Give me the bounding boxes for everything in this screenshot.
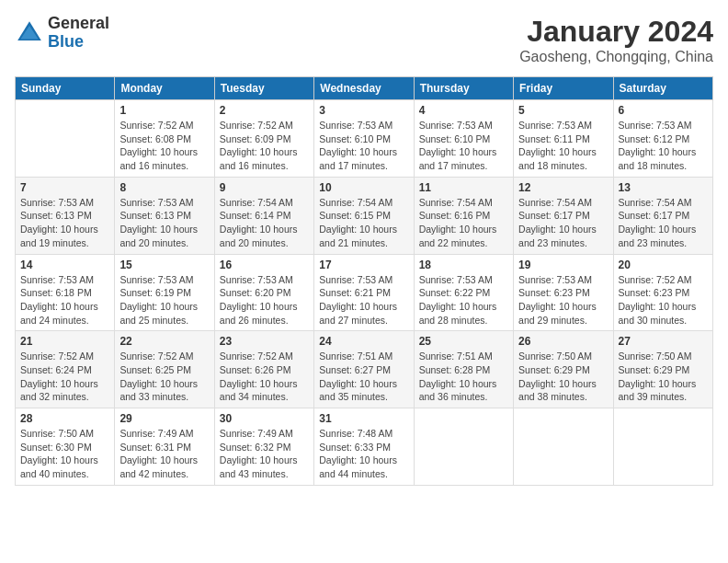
calendar-cell (514, 408, 613, 486)
day-number: 2 (220, 104, 309, 117)
calendar-cell: 9Sunrise: 7:54 AM Sunset: 6:14 PM Daylig… (214, 177, 313, 254)
calendar-cell: 16Sunrise: 7:53 AM Sunset: 6:20 PM Dayli… (214, 254, 313, 331)
calendar-cell: 20Sunrise: 7:52 AM Sunset: 6:23 PM Dayli… (613, 254, 712, 331)
day-number: 26 (518, 335, 608, 348)
calendar-week-row: 14Sunrise: 7:53 AM Sunset: 6:18 PM Dayli… (16, 254, 713, 331)
day-number: 23 (220, 335, 309, 348)
calendar-week-row: 28Sunrise: 7:50 AM Sunset: 6:30 PM Dayli… (16, 408, 713, 486)
day-info: Sunrise: 7:54 AM Sunset: 6:14 PM Dayligh… (220, 196, 309, 250)
calendar-cell: 3Sunrise: 7:53 AM Sunset: 6:10 PM Daylig… (314, 100, 414, 178)
calendar-header-row: SundayMondayTuesdayWednesdayThursdayFrid… (16, 77, 713, 100)
day-number: 13 (619, 181, 708, 194)
calendar-cell: 14Sunrise: 7:53 AM Sunset: 6:18 PM Dayli… (16, 254, 115, 331)
day-info: Sunrise: 7:54 AM Sunset: 6:16 PM Dayligh… (419, 196, 508, 250)
day-info: Sunrise: 7:49 AM Sunset: 6:31 PM Dayligh… (119, 427, 209, 481)
calendar-cell: 7Sunrise: 7:53 AM Sunset: 6:13 PM Daylig… (16, 177, 115, 254)
calendar-cell (613, 408, 712, 486)
calendar-cell: 28Sunrise: 7:50 AM Sunset: 6:30 PM Dayli… (16, 408, 115, 486)
day-number: 21 (20, 335, 109, 348)
day-info: Sunrise: 7:53 AM Sunset: 6:11 PM Dayligh… (518, 119, 608, 173)
day-info: Sunrise: 7:52 AM Sunset: 6:09 PM Dayligh… (220, 119, 309, 173)
day-number: 15 (119, 259, 209, 271)
calendar-cell: 26Sunrise: 7:50 AM Sunset: 6:29 PM Dayli… (514, 331, 613, 408)
day-number: 31 (319, 412, 408, 425)
day-info: Sunrise: 7:51 AM Sunset: 6:27 PM Dayligh… (319, 350, 408, 404)
day-number: 12 (518, 181, 608, 194)
day-info: Sunrise: 7:52 AM Sunset: 6:25 PM Dayligh… (119, 350, 209, 404)
day-number: 1 (119, 104, 209, 117)
day-info: Sunrise: 7:53 AM Sunset: 6:13 PM Dayligh… (119, 196, 209, 250)
calendar-header-tuesday: Tuesday (214, 77, 313, 100)
logo-icon (15, 18, 44, 48)
calendar-cell: 8Sunrise: 7:53 AM Sunset: 6:13 PM Daylig… (115, 177, 214, 254)
day-number: 29 (119, 412, 209, 425)
day-number: 24 (319, 335, 408, 348)
calendar-cell: 31Sunrise: 7:48 AM Sunset: 6:33 PM Dayli… (314, 408, 414, 486)
day-info: Sunrise: 7:53 AM Sunset: 6:20 PM Dayligh… (220, 273, 309, 327)
day-number: 22 (119, 335, 209, 348)
calendar-header-saturday: Saturday (613, 77, 712, 100)
calendar-cell: 25Sunrise: 7:51 AM Sunset: 6:28 PM Dayli… (414, 331, 513, 408)
month-year-title: January 2024 (519, 15, 713, 49)
calendar-cell: 4Sunrise: 7:53 AM Sunset: 6:10 PM Daylig… (414, 100, 513, 178)
day-info: Sunrise: 7:53 AM Sunset: 6:19 PM Dayligh… (119, 273, 209, 327)
day-number: 9 (220, 181, 309, 194)
calendar-cell: 10Sunrise: 7:54 AM Sunset: 6:15 PM Dayli… (314, 177, 414, 254)
day-number: 7 (20, 181, 109, 194)
calendar-cell: 24Sunrise: 7:51 AM Sunset: 6:27 PM Dayli… (314, 331, 414, 408)
calendar-header-monday: Monday (115, 77, 214, 100)
calendar-body: 1Sunrise: 7:52 AM Sunset: 6:08 PM Daylig… (16, 100, 713, 486)
day-number: 5 (518, 104, 608, 117)
day-info: Sunrise: 7:49 AM Sunset: 6:32 PM Dayligh… (220, 427, 309, 481)
day-info: Sunrise: 7:53 AM Sunset: 6:10 PM Dayligh… (419, 119, 508, 173)
day-number: 10 (319, 181, 408, 194)
calendar-cell (16, 100, 115, 178)
day-info: Sunrise: 7:53 AM Sunset: 6:22 PM Dayligh… (419, 273, 508, 327)
calendar-cell: 5Sunrise: 7:53 AM Sunset: 6:11 PM Daylig… (514, 100, 613, 178)
calendar-cell: 6Sunrise: 7:53 AM Sunset: 6:12 PM Daylig… (613, 100, 712, 178)
calendar-cell: 11Sunrise: 7:54 AM Sunset: 6:16 PM Dayli… (414, 177, 513, 254)
calendar-cell (414, 408, 513, 486)
day-info: Sunrise: 7:52 AM Sunset: 6:24 PM Dayligh… (20, 350, 109, 404)
calendar-cell: 23Sunrise: 7:52 AM Sunset: 6:26 PM Dayli… (214, 331, 313, 408)
day-info: Sunrise: 7:52 AM Sunset: 6:26 PM Dayligh… (220, 350, 309, 404)
day-info: Sunrise: 7:53 AM Sunset: 6:23 PM Dayligh… (518, 273, 608, 327)
day-number: 25 (419, 335, 508, 348)
calendar-cell: 2Sunrise: 7:52 AM Sunset: 6:09 PM Daylig… (214, 100, 313, 178)
day-number: 11 (419, 181, 508, 194)
calendar-week-row: 1Sunrise: 7:52 AM Sunset: 6:08 PM Daylig… (16, 100, 713, 178)
calendar-cell: 12Sunrise: 7:54 AM Sunset: 6:17 PM Dayli… (514, 177, 613, 254)
day-info: Sunrise: 7:54 AM Sunset: 6:17 PM Dayligh… (619, 196, 708, 250)
calendar-header-thursday: Thursday (414, 77, 513, 100)
title-block: January 2024 Gaosheng, Chongqing, China (519, 15, 713, 65)
calendar-week-row: 7Sunrise: 7:53 AM Sunset: 6:13 PM Daylig… (16, 177, 713, 254)
calendar-cell: 17Sunrise: 7:53 AM Sunset: 6:21 PM Dayli… (314, 254, 414, 331)
calendar-cell: 13Sunrise: 7:54 AM Sunset: 6:17 PM Dayli… (613, 177, 712, 254)
day-number: 14 (20, 259, 109, 271)
logo-text: General Blue (48, 15, 109, 52)
day-number: 4 (419, 104, 508, 117)
day-number: 19 (518, 259, 608, 271)
day-number: 20 (619, 259, 708, 271)
calendar-header-friday: Friday (514, 77, 613, 100)
calendar-cell: 18Sunrise: 7:53 AM Sunset: 6:22 PM Dayli… (414, 254, 513, 331)
day-number: 28 (20, 412, 109, 425)
day-info: Sunrise: 7:48 AM Sunset: 6:33 PM Dayligh… (319, 427, 408, 481)
calendar-cell: 19Sunrise: 7:53 AM Sunset: 6:23 PM Dayli… (514, 254, 613, 331)
day-info: Sunrise: 7:52 AM Sunset: 6:08 PM Dayligh… (119, 119, 209, 173)
day-number: 30 (220, 412, 309, 425)
day-info: Sunrise: 7:53 AM Sunset: 6:10 PM Dayligh… (319, 119, 408, 173)
day-info: Sunrise: 7:54 AM Sunset: 6:15 PM Dayligh… (319, 196, 408, 250)
day-number: 16 (220, 259, 309, 271)
day-info: Sunrise: 7:54 AM Sunset: 6:17 PM Dayligh… (518, 196, 608, 250)
calendar-cell: 21Sunrise: 7:52 AM Sunset: 6:24 PM Dayli… (16, 331, 115, 408)
calendar-cell: 29Sunrise: 7:49 AM Sunset: 6:31 PM Dayli… (115, 408, 214, 486)
day-number: 17 (319, 259, 408, 271)
calendar-cell: 27Sunrise: 7:50 AM Sunset: 6:29 PM Dayli… (613, 331, 712, 408)
calendar-header-wednesday: Wednesday (314, 77, 414, 100)
day-number: 18 (419, 259, 508, 271)
day-number: 27 (619, 335, 708, 348)
calendar-header-sunday: Sunday (16, 77, 115, 100)
day-info: Sunrise: 7:50 AM Sunset: 6:29 PM Dayligh… (518, 350, 608, 404)
calendar-cell: 15Sunrise: 7:53 AM Sunset: 6:19 PM Dayli… (115, 254, 214, 331)
